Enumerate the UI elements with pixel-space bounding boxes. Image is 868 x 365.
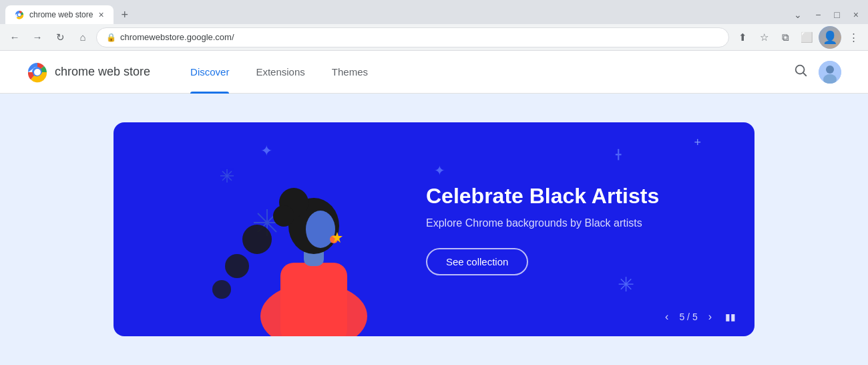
close-button[interactable]: × xyxy=(849,8,863,21)
lock-icon: 🔒 xyxy=(106,33,116,42)
banner-title: Celebrate Black Artists xyxy=(426,183,722,209)
deco-line-1: ╋ xyxy=(616,149,621,160)
reload-button[interactable]: ↻ xyxy=(51,28,69,47)
window-controls: ⌄ − □ × xyxy=(790,8,863,24)
page-content: chrome web store Discover Extensions The… xyxy=(0,51,868,365)
tab-list: chrome web store × + xyxy=(5,5,134,24)
store-logo[interactable]: chrome web store xyxy=(27,62,150,83)
hero-banner: ✦ ✦ + ✳ ╋ xyxy=(114,122,754,336)
share-button[interactable]: ⬆ xyxy=(733,28,752,47)
nav-discover[interactable]: Discover xyxy=(177,51,242,94)
deco-plus-1: + xyxy=(694,136,701,150)
tab-favicon xyxy=(15,10,24,19)
svg-point-24 xyxy=(273,205,294,227)
tab-title: chrome web store xyxy=(29,10,93,19)
new-tab-button[interactable]: + xyxy=(116,7,134,23)
menu-button[interactable]: ⋮ xyxy=(844,28,863,47)
svg-point-26 xyxy=(225,254,249,278)
nav-themes[interactable]: Themes xyxy=(318,51,381,94)
active-tab[interactable]: chrome web store × xyxy=(5,5,114,24)
prev-slide-button[interactable]: ‹ xyxy=(662,308,671,326)
deco-star-2: ✦ xyxy=(434,162,445,178)
tab-bar: chrome web store × + ⌄ − □ × xyxy=(0,0,868,24)
next-slide-button[interactable]: › xyxy=(706,308,714,326)
main-content-area: ✦ ✦ + ✳ ╋ xyxy=(0,94,868,365)
deco-asterisk-1: ✳ xyxy=(618,273,634,296)
address-input[interactable]: 🔒 chromewebstore.google.com/ xyxy=(96,27,729,47)
svg-point-2 xyxy=(18,13,21,16)
banner-content: Celebrate Black Artists Explore Chrome b… xyxy=(394,183,754,275)
url-display: chromewebstore.google.com/ xyxy=(120,32,719,42)
avatar-image: 👤 xyxy=(819,26,841,49)
see-collection-button[interactable]: See collection xyxy=(426,248,528,275)
extensions-button[interactable]: ⧉ xyxy=(776,28,795,47)
pagination-indicator: 5 / 5 xyxy=(679,312,697,322)
pause-button[interactable]: ▮▮ xyxy=(722,309,738,325)
svg-point-25 xyxy=(242,225,272,254)
main-navigation: Discover Extensions Themes xyxy=(177,51,381,94)
bookmark-button[interactable]: ☆ xyxy=(754,28,773,47)
svg-rect-20 xyxy=(280,263,347,336)
forward-button[interactable]: → xyxy=(28,28,47,47)
home-button[interactable]: ⌂ xyxy=(73,28,92,47)
chrome-logo-icon xyxy=(27,62,48,83)
avatar-icon xyxy=(819,61,841,84)
store-nav: chrome web store Discover Extensions The… xyxy=(0,51,868,94)
back-button[interactable]: ← xyxy=(5,28,24,47)
toolbar-right: ⬆ ☆ ⧉ ⬜ 👤 ⋮ xyxy=(733,26,863,49)
tab-list-dropdown[interactable]: ⌄ xyxy=(790,8,806,21)
banner-pagination: ‹ 5 / 5 › ▮▮ xyxy=(662,308,738,326)
banner-illustration xyxy=(114,122,394,336)
sidebar-button[interactable]: ⬜ xyxy=(797,28,816,47)
user-avatar[interactable] xyxy=(819,61,841,84)
tab-close-button[interactable]: × xyxy=(98,10,103,19)
svg-point-27 xyxy=(212,280,231,299)
nav-extensions[interactable]: Extensions xyxy=(242,51,318,94)
search-icon xyxy=(793,63,808,78)
store-name-label: chrome web store xyxy=(55,65,150,79)
browser-window: chrome web store × + ⌄ − □ × ← → ↻ ⌂ 🔒 c… xyxy=(0,0,868,365)
profile-avatar[interactable]: 👤 xyxy=(819,26,841,49)
nav-right-controls xyxy=(791,60,841,84)
address-bar: ← → ↻ ⌂ 🔒 chromewebstore.google.com/ ⬆ ☆… xyxy=(0,24,868,51)
svg-point-9 xyxy=(826,66,834,74)
illustration-svg xyxy=(114,122,394,336)
maximize-button[interactable]: □ xyxy=(830,8,843,21)
minimize-button[interactable]: − xyxy=(811,8,825,21)
banner-subtitle: Explore Chrome backgrounds by Black arti… xyxy=(426,217,722,229)
svg-point-5 xyxy=(34,69,41,76)
search-button[interactable] xyxy=(791,60,811,84)
svg-line-7 xyxy=(803,73,806,76)
svg-point-28 xyxy=(306,211,335,248)
